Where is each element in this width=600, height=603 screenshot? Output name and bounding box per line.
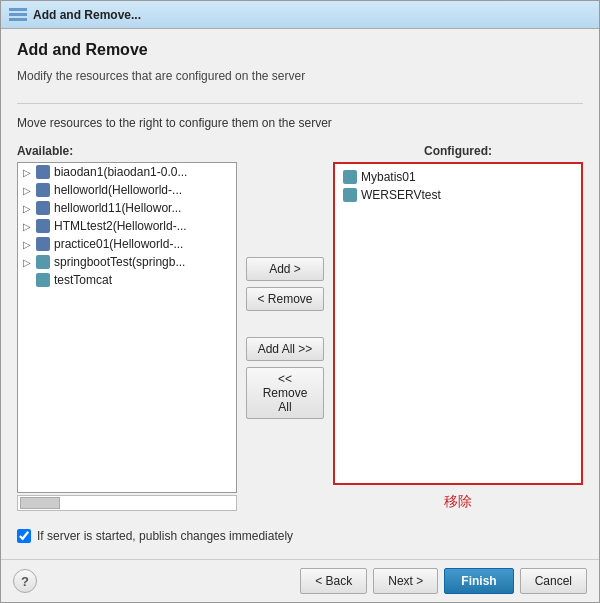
available-list[interactable]: ▷ biaodan1(biaodan1-0.0... ▷ helloworld(… <box>17 162 237 493</box>
dialog-window: Add and Remove... Add and Remove Modify … <box>0 0 600 603</box>
dialog-content: Add and Remove Modify the resources that… <box>1 29 599 559</box>
finish-button[interactable]: Finish <box>444 568 513 594</box>
help-button[interactable]: ? <box>13 569 37 593</box>
list-item[interactable]: ▷ HTMLtest2(Helloworld-... <box>18 217 236 235</box>
configured-item[interactable]: Mybatis01 <box>339 168 577 186</box>
tree-arrow: ▷ <box>22 257 32 267</box>
tree-arrow: ▷ <box>22 239 32 249</box>
app-icon <box>36 255 50 269</box>
titlebar: Add and Remove... <box>1 1 599 29</box>
remove-hint: 移除 <box>333 493 583 511</box>
remove-all-button[interactable]: << Remove All <box>246 367 324 419</box>
available-label: Available: <box>17 144 237 158</box>
configured-item[interactable]: WERSERVtest <box>339 186 577 204</box>
item-text: helloworld(Helloworld-... <box>54 183 182 197</box>
divider-1 <box>17 103 583 104</box>
item-text: biaodan1(biaodan1-0.0... <box>54 165 187 179</box>
footer-right: < Back Next > Finish Cancel <box>300 568 587 594</box>
item-text: practice01(Helloworld-... <box>54 237 183 251</box>
window-icon <box>9 8 27 21</box>
back-button[interactable]: < Back <box>300 568 367 594</box>
dialog-title: Add and Remove <box>17 41 583 59</box>
icon-line-2 <box>9 13 27 16</box>
horizontal-scrollbar[interactable] <box>17 495 237 511</box>
main-area: Available: ▷ biaodan1(biaodan1-0.0... ▷ … <box>17 144 583 511</box>
next-button[interactable]: Next > <box>373 568 438 594</box>
icon-decoration <box>9 8 27 21</box>
cancel-button[interactable]: Cancel <box>520 568 587 594</box>
icon-line-1 <box>9 8 27 11</box>
tree-arrow: ▷ <box>22 203 32 213</box>
app-icon <box>36 273 50 287</box>
app-icon <box>36 201 50 215</box>
app-icon <box>36 165 50 179</box>
titlebar-text: Add and Remove... <box>33 8 141 22</box>
footer-left: ? <box>13 569 37 593</box>
app-icon <box>36 183 50 197</box>
tree-arrow: ▷ <box>22 221 32 231</box>
scrollbar-thumb[interactable] <box>20 497 60 509</box>
item-text: HTMLtest2(Helloworld-... <box>54 219 187 233</box>
add-button[interactable]: Add > <box>246 257 324 281</box>
item-text: testTomcat <box>54 273 112 287</box>
publish-checkbox-label: If server is started, publish changes im… <box>37 529 293 543</box>
configured-item-text: Mybatis01 <box>361 170 416 184</box>
add-all-button[interactable]: Add All >> <box>246 337 324 361</box>
publish-checkbox[interactable] <box>17 529 31 543</box>
item-text: springbootTest(springb... <box>54 255 185 269</box>
configured-panel: Configured: Mybatis01 WERSERVtest 移除 <box>333 144 583 511</box>
remove-button[interactable]: < Remove <box>246 287 324 311</box>
icon-line-3 <box>9 18 27 21</box>
instruction-text: Move resources to the right to configure… <box>17 116 583 130</box>
list-item[interactable]: ▷ testTomcat <box>18 271 236 289</box>
publish-checkbox-row: If server is started, publish changes im… <box>17 525 583 547</box>
available-panel: Available: ▷ biaodan1(biaodan1-0.0... ▷ … <box>17 144 237 511</box>
app-icon <box>36 237 50 251</box>
list-item[interactable]: ▷ practice01(Helloworld-... <box>18 235 236 253</box>
list-item[interactable]: ▷ helloworld11(Hellowor... <box>18 199 236 217</box>
app-icon <box>343 170 357 184</box>
configured-item-text: WERSERVtest <box>361 188 441 202</box>
dialog-subtitle: Modify the resources that are configured… <box>17 69 583 83</box>
tree-arrow: ▷ <box>22 185 32 195</box>
app-icon <box>36 219 50 233</box>
dialog-footer: ? < Back Next > Finish Cancel <box>1 559 599 602</box>
list-item[interactable]: ▷ springbootTest(springb... <box>18 253 236 271</box>
configured-label: Configured: <box>333 144 583 158</box>
transfer-buttons-panel: Add > < Remove Add All >> << Remove All <box>245 144 325 511</box>
list-item[interactable]: ▷ biaodan1(biaodan1-0.0... <box>18 163 236 181</box>
app-icon <box>343 188 357 202</box>
tree-arrow: ▷ <box>22 167 32 177</box>
list-item[interactable]: ▷ helloworld(Helloworld-... <box>18 181 236 199</box>
configured-list[interactable]: Mybatis01 WERSERVtest <box>333 162 583 485</box>
item-text: helloworld11(Hellowor... <box>54 201 181 215</box>
